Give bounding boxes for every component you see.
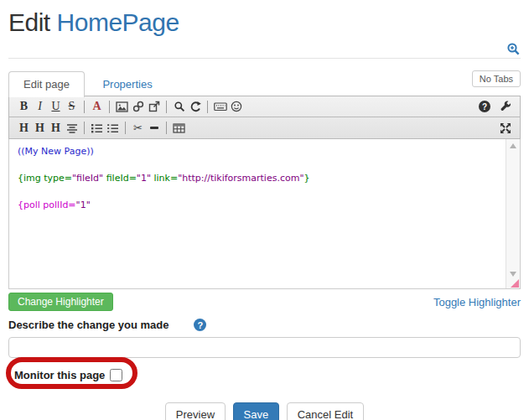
smiley-icon[interactable] — [229, 99, 243, 115]
toolbar-help-icon[interactable]: ? — [479, 101, 490, 112]
editor-line: ((My New Page)) — [18, 146, 511, 159]
title-divider — [8, 58, 521, 59]
horizontal-rule-icon[interactable] — [147, 120, 161, 136]
monitor-row: Monitor this page — [8, 363, 521, 386]
toolbar-row1-right: ? — [479, 99, 513, 115]
editor-content: ((My New Page)){img type="fileId" fileId… — [9, 139, 520, 220]
editor-line: {img type="fileId" fileId="1" link="http… — [18, 173, 511, 186]
save-button[interactable]: Save — [233, 402, 280, 420]
toolbar-row2-right — [497, 120, 513, 136]
tab-edit-page[interactable]: Edit page — [8, 71, 85, 97]
tab-bar: Edit page Properties No Tabs — [8, 71, 521, 96]
no-tabs-button[interactable]: No Tabs — [472, 70, 521, 87]
toolbar-row-1: B I U S A — [9, 96, 520, 117]
numbered-list-icon[interactable] — [106, 120, 120, 136]
toolbar-separator — [207, 101, 208, 113]
scroll-up-arrow[interactable] — [510, 143, 516, 148]
toolbar-separator — [84, 122, 85, 134]
page-title: Edit HomePage — [8, 8, 521, 37]
footer-buttons: Preview Save Cancel Edit — [8, 402, 521, 420]
preview-button[interactable]: Preview — [165, 402, 226, 420]
monitor-page-label: Monitor this page — [14, 369, 105, 381]
toolbar-row-2: H H H — [9, 117, 520, 138]
help-icon[interactable]: ? — [194, 319, 206, 331]
editor-line — [18, 186, 511, 200]
zoom-in-icon[interactable] — [506, 42, 521, 56]
text-color-button[interactable]: A — [90, 99, 104, 115]
external-link-icon[interactable] — [147, 99, 161, 115]
toolbar-separator — [166, 101, 167, 113]
edit-page-screen: Edit HomePage Edit page Properties No Ta… — [0, 0, 529, 420]
toolbar-separator — [125, 122, 126, 134]
bold-button[interactable]: B — [17, 99, 31, 115]
describe-change-label: Describe the change you made — [8, 319, 169, 331]
editor-line — [18, 159, 511, 173]
toggle-highlighter-link[interactable]: Toggle Highlighter — [433, 296, 521, 309]
zoom-row — [8, 42, 521, 56]
page-title-name: HomePage — [57, 8, 179, 36]
keyboard-icon[interactable] — [213, 99, 227, 115]
underline-button[interactable]: U — [49, 99, 63, 115]
editor-scrollbar[interactable] — [506, 139, 520, 288]
strikethrough-button[interactable]: S — [65, 99, 79, 115]
wiki-editor-textarea[interactable]: ((My New Page)){img type="fileId" fileId… — [8, 139, 521, 289]
redo-icon[interactable] — [188, 99, 202, 115]
search-icon[interactable] — [172, 99, 186, 115]
link-icon[interactable] — [131, 99, 145, 115]
heading3-button[interactable]: H — [49, 120, 63, 136]
describe-row: Describe the change you made ? — [8, 319, 521, 331]
scroll-down-arrow[interactable] — [510, 272, 516, 277]
image-icon[interactable] — [115, 99, 129, 115]
page-title-action: Edit — [8, 8, 50, 36]
wrench-icon[interactable] — [498, 99, 512, 115]
heading2-button[interactable]: H — [33, 120, 47, 136]
heading1-button[interactable]: H — [17, 120, 31, 136]
change-highlighter-button[interactable]: Change Highlighter — [8, 293, 113, 311]
bullet-list-icon[interactable] — [90, 120, 104, 136]
toolbar-separator — [84, 101, 85, 113]
cut-icon[interactable]: ✂ — [131, 120, 145, 136]
highlighter-row: Change Highlighter Toggle Highlighter — [8, 293, 521, 311]
toolbar-separator — [109, 101, 110, 113]
monitor-page-checkbox[interactable] — [110, 369, 122, 381]
resize-grip-icon[interactable] — [511, 279, 519, 288]
fullscreen-icon[interactable] — [498, 120, 512, 136]
editor-line: {poll pollId="1" — [18, 200, 511, 213]
edit-comment-input[interactable] — [8, 337, 521, 358]
tab-properties[interactable]: Properties — [88, 72, 166, 97]
toolbar-separator — [166, 122, 167, 134]
align-center-icon[interactable] — [65, 120, 79, 136]
table-icon[interactable] — [172, 120, 186, 136]
italic-button[interactable]: I — [33, 99, 47, 115]
editor-toolbar: B I U S A — [8, 96, 521, 139]
cancel-edit-button[interactable]: Cancel Edit — [287, 402, 364, 420]
